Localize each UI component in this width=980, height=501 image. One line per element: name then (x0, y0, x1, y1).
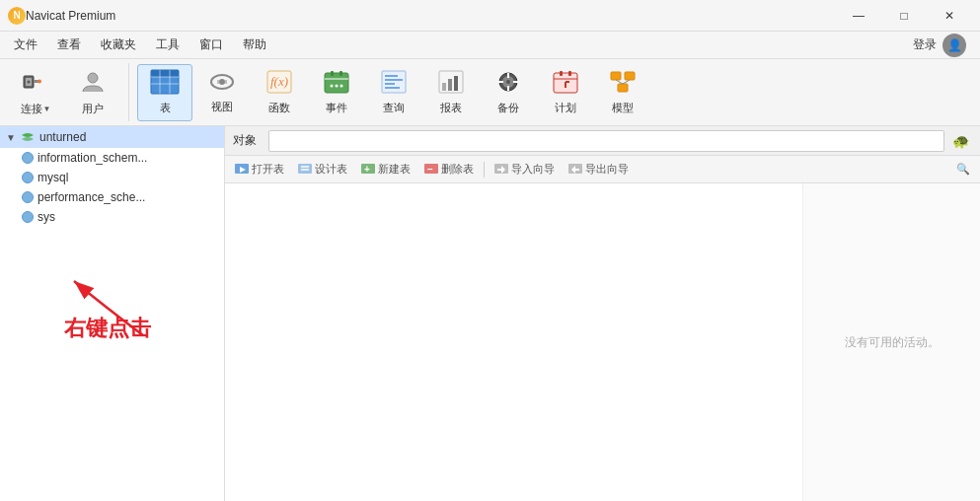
delete-table-btn[interactable]: − 删除表 (418, 160, 480, 179)
action-bar: 打开表 设计表 + 新建表 − (225, 156, 980, 183)
main-area: ▼ unturned information_schem... mysql pe… (0, 126, 980, 501)
svg-rect-39 (498, 81, 503, 83)
svg-point-22 (331, 85, 334, 88)
svg-line-50 (616, 80, 623, 84)
report-toolbar-icon (437, 69, 465, 99)
table-list-area (225, 183, 802, 501)
db-icon-information (22, 152, 34, 164)
import-icon (494, 164, 508, 176)
menu-help[interactable]: 帮助 (233, 33, 276, 57)
svg-line-51 (623, 80, 630, 84)
toolbar-view-btn[interactable]: 视图 (194, 64, 250, 121)
object-search-input[interactable] (268, 130, 944, 152)
no-activity-text: 没有可用的活动。 (845, 334, 940, 351)
open-table-btn[interactable]: 打开表 (229, 160, 290, 179)
toolbar-backup-btn[interactable]: 备份 (481, 64, 536, 121)
svg-rect-48 (625, 72, 635, 80)
db-label-information: information_schem... (38, 151, 147, 165)
svg-rect-32 (448, 79, 452, 91)
toolbar-table-btn[interactable]: 表 (137, 64, 192, 121)
connection-label: unturned (39, 130, 86, 144)
close-button[interactable]: ✕ (927, 0, 972, 32)
tree-expand-arrow: ▼ (6, 132, 20, 143)
maximize-button[interactable]: □ (881, 0, 927, 32)
object-icon-btn[interactable]: 🐢 (948, 129, 972, 153)
menu-window[interactable]: 窗口 (189, 33, 233, 57)
svg-point-13 (219, 79, 225, 85)
sidebar-db-performance[interactable]: performance_sche... (0, 187, 224, 207)
model-toolbar-icon (609, 69, 637, 99)
event-label: 事件 (326, 101, 347, 115)
titlebar-controls: — □ ✕ (836, 0, 972, 32)
app-title: Navicat Premium (26, 9, 836, 23)
titlebar: N Navicat Premium — □ ✕ (0, 0, 980, 32)
connection-icon (20, 129, 36, 145)
login-area[interactable]: 登录 👤 (903, 30, 976, 61)
menu-favorites[interactable]: 收藏夹 (91, 33, 146, 57)
svg-point-5 (88, 73, 98, 83)
export-wizard-btn[interactable]: 导出向导 (563, 160, 635, 179)
svg-point-36 (506, 80, 510, 84)
user-toolbar-icon (79, 68, 107, 100)
minimize-button[interactable]: — (836, 0, 881, 32)
svg-point-4 (38, 80, 41, 84)
toolbar-schedule-btn[interactable]: 计划 (538, 64, 593, 121)
menubar: 文件 查看 收藏夹 工具 窗口 帮助 登录 👤 (0, 32, 980, 59)
menu-file[interactable]: 文件 (4, 33, 47, 57)
sidebar-db-mysql[interactable]: mysql (0, 168, 224, 187)
svg-rect-33 (454, 76, 458, 91)
svg-text:+: + (364, 164, 370, 175)
svg-rect-42 (560, 71, 563, 76)
svg-rect-15 (225, 80, 227, 84)
db-icon-mysql (22, 172, 34, 183)
toolbar-report-btn[interactable]: 报表 (423, 64, 479, 121)
table-toolbar-icon (150, 69, 180, 99)
toolbar-model-btn[interactable]: 模型 (595, 64, 650, 121)
toolbar-user-btn[interactable]: 用户 (65, 64, 120, 121)
svg-rect-19 (331, 71, 334, 76)
svg-text:f(x): f(x) (270, 74, 288, 89)
sidebar-db-information[interactable]: information_schem... (0, 148, 224, 168)
design-table-icon (298, 164, 312, 176)
db-label-mysql: mysql (38, 171, 68, 184)
object-bar: 对象 🐢 (225, 126, 980, 156)
connect-label: 连接 (21, 102, 42, 116)
delete-table-icon: − (424, 164, 438, 176)
design-table-btn[interactable]: 设计表 (292, 160, 353, 179)
object-label: 对象 (233, 132, 257, 149)
func-toolbar-icon: f(x) (265, 69, 293, 99)
user-label: 用户 (82, 102, 104, 116)
import-wizard-btn[interactable]: 导入向导 (489, 160, 561, 179)
db-icon-performance (22, 191, 34, 203)
search-table-btn[interactable]: 🔍 (950, 161, 976, 178)
main-toolbar: 连接 ▼ 用户 表 (0, 59, 980, 126)
new-table-icon: + (361, 164, 375, 176)
event-toolbar-icon (323, 69, 350, 99)
toolbar-query-btn[interactable]: 查询 (366, 64, 421, 121)
menu-view[interactable]: 查看 (47, 33, 91, 57)
backup-label: 备份 (497, 101, 519, 115)
view-toolbar-icon (208, 70, 236, 98)
report-label: 报表 (440, 101, 462, 115)
query-toolbar-icon (380, 69, 408, 99)
menu-tools[interactable]: 工具 (146, 33, 189, 57)
func-label: 函数 (268, 101, 290, 115)
app-logo: N (8, 7, 26, 25)
svg-rect-40 (513, 81, 518, 83)
schedule-toolbar-icon (552, 69, 579, 99)
toolbar-func-btn[interactable]: f(x) 函数 (252, 64, 307, 121)
svg-rect-37 (507, 73, 509, 78)
svg-rect-38 (507, 86, 509, 91)
svg-point-2 (28, 81, 31, 84)
sidebar-connection-item[interactable]: ▼ unturned (0, 126, 224, 148)
svg-rect-43 (568, 71, 571, 76)
svg-rect-7 (151, 70, 179, 77)
activity-panel: 没有可用的活动。 (802, 183, 980, 501)
svg-text:−: − (427, 164, 433, 175)
svg-rect-47 (611, 72, 621, 80)
sidebar-db-sys[interactable]: sys (0, 207, 224, 227)
svg-point-24 (340, 85, 343, 88)
new-table-btn[interactable]: + 新建表 (355, 160, 416, 179)
toolbar-event-btn[interactable]: 事件 (309, 64, 364, 121)
toolbar-connect-btn[interactable]: 连接 ▼ (8, 64, 63, 121)
